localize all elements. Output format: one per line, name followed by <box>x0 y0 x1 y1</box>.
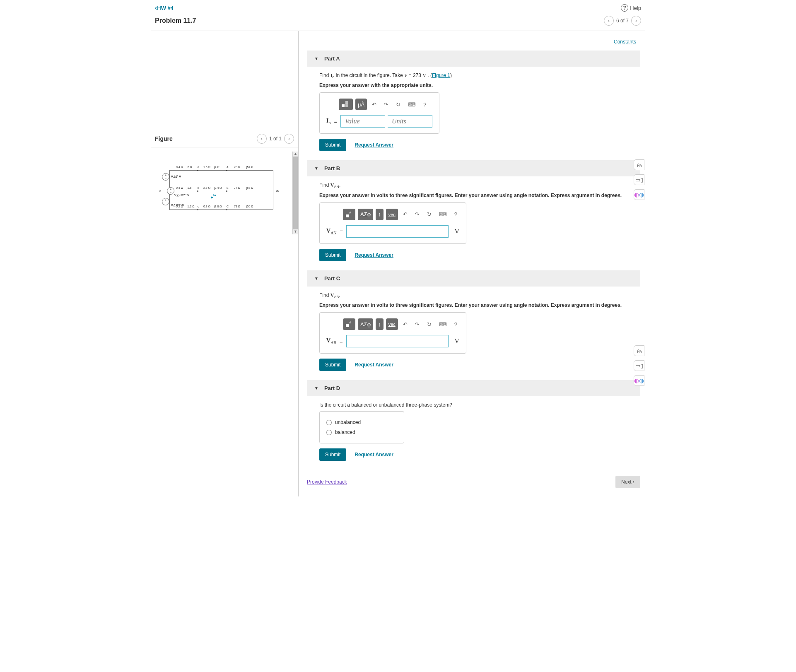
collapse-icon: ▼ <box>314 386 318 390</box>
part-a-value-input[interactable] <box>340 115 385 128</box>
la4: j4 Ω <box>214 166 220 169</box>
units-icon[interactable]: μÅ <box>355 99 367 110</box>
figure-page-indicator: 1 of 1 <box>269 136 282 142</box>
part-d-option1-label[interactable]: unbalanced <box>335 419 361 425</box>
part-a-question: Find Io in the circuit in the figure. Ta… <box>319 72 628 79</box>
arrows-icon[interactable]: ↕ <box>376 318 384 330</box>
part-c-request-link[interactable]: Request Answer <box>355 362 393 368</box>
svg-rect-5 <box>346 324 349 327</box>
part-b-request-link[interactable]: Request Answer <box>355 252 393 258</box>
part-b-question: Find VAN. <box>319 182 628 189</box>
node-n-label: n <box>159 190 161 193</box>
part-a-units-input[interactable] <box>388 115 432 128</box>
equals: = <box>340 228 343 234</box>
back-label: HW #4 <box>157 5 174 11</box>
part-d-question: Is the circuit a balanced or unbalanced … <box>319 402 628 408</box>
figure-1-link[interactable]: Figure 1 <box>432 72 450 78</box>
arrows-icon[interactable]: ↕ <box>376 209 384 220</box>
collapse-icon: ▼ <box>314 276 318 281</box>
lc4: j3.8 Ω <box>214 205 222 208</box>
part-a-var-label: Io <box>326 118 330 125</box>
lb1: j1.6 <box>187 186 191 189</box>
help-link[interactable]: ? Help <box>621 4 641 12</box>
part-d-submit-button[interactable]: Submit <box>319 448 346 461</box>
keyboard-icon[interactable]: ⌨ <box>437 318 449 330</box>
lb6: 77 Ω <box>234 186 240 189</box>
svg-text:√: √ <box>349 211 351 215</box>
keyboard-icon[interactable]: ⌨ <box>405 99 418 110</box>
undo-icon[interactable]: ↶ <box>400 318 410 330</box>
next-problem-button[interactable]: › <box>631 16 641 26</box>
part-a-request-link[interactable]: Request Answer <box>355 142 393 148</box>
redo-icon[interactable]: ↷ <box>412 209 422 220</box>
help-entry-icon[interactable]: ? <box>452 318 460 330</box>
templates-icon[interactable]: √ <box>343 209 355 220</box>
part-d-option2-label[interactable]: balanced <box>335 429 355 435</box>
figure-paging: ‹ 1 of 1 › <box>257 134 294 144</box>
part-a-instruction: Express your answer with the appropriate… <box>319 82 628 88</box>
symbols-icon[interactable]: ΑΣφ <box>358 318 373 330</box>
templates-icon[interactable] <box>339 99 353 110</box>
help-entry-icon[interactable]: ? <box>421 99 429 110</box>
undo-icon[interactable]: ↶ <box>400 209 410 220</box>
lb0: 0.4 Ω <box>176 186 183 189</box>
vec-icon[interactable]: vec <box>386 209 398 220</box>
lb3: 2.6 Ω <box>203 186 210 189</box>
next-button[interactable]: Next › <box>615 476 640 488</box>
figure-next-button[interactable]: › <box>284 134 294 144</box>
symbols-icon[interactable]: ΑΣφ <box>358 209 373 220</box>
prev-problem-button[interactable]: ‹ <box>604 16 614 26</box>
translate-icon[interactable]: 🗛 <box>634 345 644 356</box>
part-d-option-balanced[interactable] <box>326 430 332 435</box>
templates-icon[interactable]: √ <box>343 318 355 330</box>
redo-icon[interactable]: ↷ <box>412 318 422 330</box>
equals: = <box>340 338 343 344</box>
figure-scrollbar[interactable]: ▲ ▼ <box>292 152 298 234</box>
part-b-submit-button[interactable]: Submit <box>319 249 346 261</box>
part-a-submit-button[interactable]: Submit <box>319 139 346 151</box>
undo-icon[interactable]: ↶ <box>369 99 379 110</box>
part-b-var-label: VAN <box>326 228 337 235</box>
source-3: +− <box>162 198 169 205</box>
part-d-request-link[interactable]: Request Answer <box>355 452 393 458</box>
equals: = <box>334 118 337 125</box>
reset-icon[interactable]: ↻ <box>393 99 403 110</box>
vec-icon[interactable]: vec <box>386 318 398 330</box>
part-c-header[interactable]: ▼ Part C <box>307 270 640 287</box>
problem-paging: ‹ 6 of 7 › <box>604 16 641 26</box>
la5: A <box>227 166 229 169</box>
la1: j2 Ω <box>187 166 192 169</box>
part-c-submit-button[interactable]: Submit <box>319 359 346 371</box>
back-link[interactable]: ‹HW #4 <box>155 4 174 12</box>
part-c-value-input[interactable] <box>346 335 449 347</box>
brain-icon[interactable]: ◐◑ <box>634 375 644 386</box>
constants-link[interactable]: Constants <box>614 39 636 45</box>
translate-icon[interactable]: 🗛 <box>634 159 644 170</box>
collapse-icon: ▼ <box>314 166 318 171</box>
brain-icon[interactable]: ◐◑ <box>634 189 644 200</box>
part-b-value-input[interactable] <box>346 225 449 238</box>
part-b-instruction: Express your answer in volts to three si… <box>319 193 628 198</box>
figure-prev-button[interactable]: ‹ <box>257 134 267 144</box>
lc0: 0.2 Ω <box>176 205 183 208</box>
collapse-icon: ▼ <box>314 56 318 61</box>
part-d-header[interactable]: ▼ Part D <box>307 380 640 396</box>
reset-icon[interactable]: ↻ <box>425 318 434 330</box>
figure-title: Figure <box>155 135 173 142</box>
lb4: j2.4 Ω <box>214 186 222 189</box>
part-c-title: Part C <box>324 275 340 282</box>
lc7: j55 Ω <box>246 205 253 208</box>
io-label: Io <box>213 194 216 197</box>
part-d-option-unbalanced[interactable] <box>326 420 332 425</box>
reset-icon[interactable]: ↻ <box>425 209 434 220</box>
part-b-header[interactable]: ▼ Part B <box>307 160 640 176</box>
keyboard-icon[interactable]: ⌨ <box>437 209 449 220</box>
la0: 0.4 Ω <box>176 166 183 169</box>
book-icon[interactable]: ▭▯ <box>634 174 644 185</box>
help-entry-icon[interactable]: ? <box>452 209 460 220</box>
feedback-link[interactable]: Provide Feedback <box>307 479 347 485</box>
book-icon[interactable]: ▭▯ <box>634 360 644 371</box>
part-a-header[interactable]: ▼ Part A <box>307 51 640 67</box>
redo-icon[interactable]: ↷ <box>381 99 391 110</box>
lc5: C <box>227 205 229 208</box>
